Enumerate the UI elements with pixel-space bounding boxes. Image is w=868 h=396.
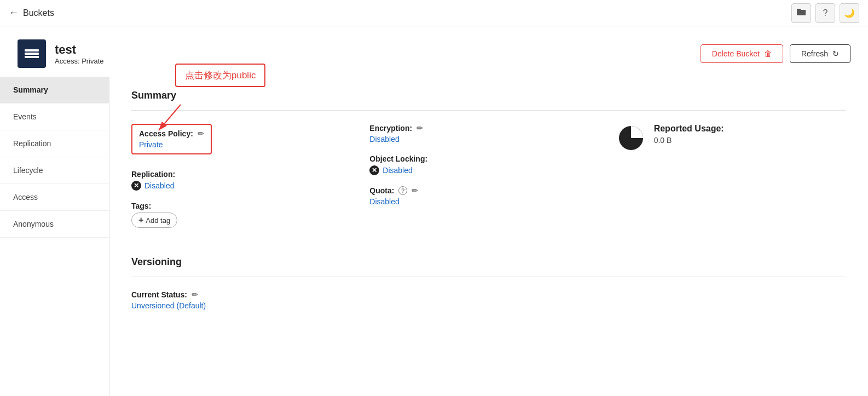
back-label: Buckets: [23, 8, 54, 18]
bucket-access: Access: Private: [55, 57, 104, 65]
main-layout: Summary Events Replication Lifecycle Acc…: [0, 77, 868, 396]
summary-col-1: 点击修改为public: [131, 124, 369, 239]
summary-grid: 点击修改为public: [131, 124, 846, 239]
folder-button[interactable]: [791, 3, 811, 23]
delete-bucket-button[interactable]: Delete Bucket 🗑: [701, 44, 783, 63]
current-status-value[interactable]: Unversioned (Default): [131, 301, 846, 310]
versioning-section: Versioning Current Status: ✏ Unversioned…: [131, 256, 846, 310]
object-locking-label: Object Locking:: [369, 154, 594, 163]
sidebar: Summary Events Replication Lifecycle Acc…: [0, 77, 109, 396]
object-locking-value[interactable]: ✕ Disabled: [369, 165, 594, 175]
sidebar-item-lifecycle[interactable]: Lifecycle: [0, 157, 109, 184]
quota-section: Quota: ? ✏ Disabled: [369, 186, 594, 206]
encryption-label: Encryption: ✏: [369, 124, 594, 133]
reported-usage-value: 0.0 B: [654, 136, 724, 145]
sidebar-item-access[interactable]: Access: [0, 184, 109, 211]
callout-text: 点击修改为public: [185, 70, 256, 81]
summary-col-2: Encryption: ✏ Disabled Object Locking: ✕…: [369, 124, 607, 239]
sidebar-item-summary[interactable]: Summary: [0, 77, 109, 104]
trash-icon: 🗑: [764, 49, 772, 58]
tags-section: Tags: + Add tag: [131, 202, 356, 228]
versioning-title: Versioning: [131, 256, 846, 268]
current-status-label: Current Status: ✏: [131, 290, 846, 299]
folder-icon: [796, 8, 806, 19]
object-locking-section: Object Locking: ✕ Disabled: [369, 154, 594, 175]
access-value: Private: [82, 57, 103, 65]
help-icon: ?: [823, 8, 828, 18]
bucket-actions: Delete Bucket 🗑 Refresh ↻: [701, 44, 850, 63]
sidebar-item-replication[interactable]: Replication: [0, 130, 109, 157]
replication-label: Replication:: [131, 170, 356, 179]
current-status-section: Current Status: ✏ Unversioned (Default): [131, 290, 846, 310]
top-bar-actions: ? 🌙: [791, 3, 859, 23]
refresh-button[interactable]: Refresh ↻: [790, 44, 850, 63]
replication-disabled-icon: ✕: [131, 181, 141, 191]
add-tag-label: Add tag: [146, 216, 170, 225]
quota-value[interactable]: Disabled: [369, 197, 594, 206]
svg-rect-1: [25, 53, 39, 55]
dark-mode-icon: 🌙: [844, 8, 855, 18]
object-locking-disabled-icon: ✕: [369, 165, 379, 175]
replication-section: Replication: ✕ Disabled: [131, 170, 356, 191]
reported-usage-label: Reported Usage:: [654, 124, 724, 134]
bucket-details: test Access: Private: [55, 43, 104, 65]
current-status-edit-icon[interactable]: ✏: [192, 290, 198, 299]
refresh-icon: ↻: [832, 49, 839, 58]
pie-chart-container: [617, 124, 645, 154]
quota-label: Quota: ? ✏: [369, 186, 594, 195]
access-policy-edit-icon[interactable]: ✏: [198, 129, 204, 138]
quota-help-icon[interactable]: ?: [398, 186, 407, 195]
bucket-logo: [18, 39, 46, 68]
usage-info: Reported Usage: 0.0 B: [654, 124, 724, 145]
back-navigation[interactable]: ← Buckets: [9, 7, 54, 19]
access-policy-value[interactable]: Private: [139, 140, 204, 149]
add-tag-button[interactable]: + Add tag: [131, 213, 177, 228]
replication-value[interactable]: ✕ Disabled: [131, 181, 356, 191]
callout-box: 点击修改为public: [175, 64, 265, 87]
plus-icon: +: [138, 215, 143, 225]
bucket-name: test: [55, 43, 104, 57]
help-button[interactable]: ?: [815, 3, 835, 23]
sidebar-item-events[interactable]: Events: [0, 104, 109, 130]
summary-col-3: Reported Usage: 0.0 B: [608, 124, 846, 239]
back-arrow-icon: ←: [9, 7, 19, 19]
svg-rect-0: [25, 49, 39, 51]
svg-rect-2: [25, 56, 39, 58]
divider: [131, 110, 846, 111]
dark-mode-button[interactable]: 🌙: [840, 3, 859, 23]
content-area: Summary 点击修改为public: [109, 77, 868, 396]
delete-bucket-label: Delete Bucket: [712, 49, 760, 58]
access-policy-section: 点击修改为public: [131, 124, 356, 159]
encryption-value[interactable]: Disabled: [369, 135, 594, 144]
refresh-label: Refresh: [801, 49, 828, 58]
callout-arrow: [148, 102, 192, 135]
sidebar-item-anonymous[interactable]: Anonymous: [0, 211, 109, 238]
versioning-divider: [131, 277, 846, 277]
top-bar: ← Buckets ? 🌙: [0, 0, 868, 26]
bucket-info: test Access: Private: [18, 39, 104, 68]
encryption-section: Encryption: ✏ Disabled: [369, 124, 594, 144]
usage-pie-chart: [617, 124, 645, 152]
summary-title: Summary: [131, 90, 846, 101]
encryption-edit-icon[interactable]: ✏: [416, 124, 423, 133]
access-label: Access:: [55, 57, 80, 65]
svg-line-4: [159, 105, 181, 130]
quota-edit-icon[interactable]: ✏: [412, 186, 418, 195]
tags-label: Tags:: [131, 202, 356, 210]
bucket-header: test Access: Private Delete Bucket 🗑 Ref…: [0, 26, 868, 77]
